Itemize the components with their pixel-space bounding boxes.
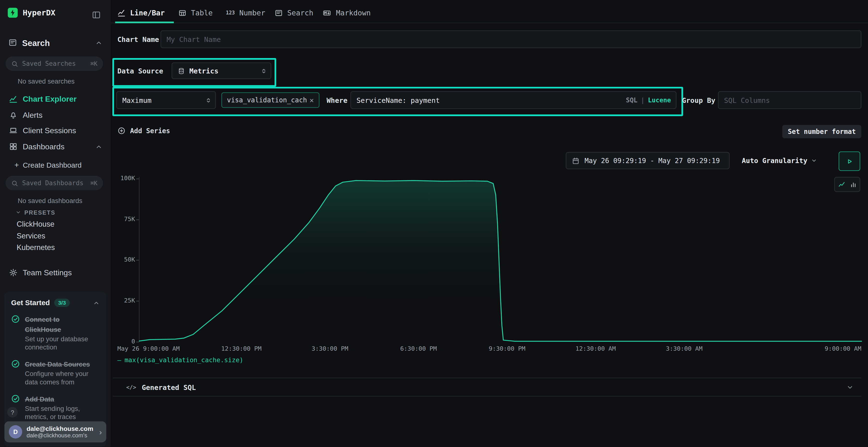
generated-sql-label: Generated SQL: [142, 383, 196, 391]
list-icon: [275, 9, 283, 17]
x-tick-label: 12:30:00 AM: [576, 345, 616, 352]
add-series-button[interactable]: Add Series: [117, 127, 170, 135]
get-started-item-title: Add Data: [25, 396, 54, 403]
get-started-item[interactable]: Create Data Sources Configure where your…: [11, 359, 100, 386]
chart-name-input[interactable]: [161, 30, 862, 48]
y-tick-label: 25K: [111, 297, 135, 304]
user-org: dale@clickhouse.com's: [27, 432, 93, 439]
x-tick-label: 12:30:00 PM: [221, 345, 261, 352]
sidebar-item-client-sessions[interactable]: Client Sessions: [0, 123, 111, 138]
saved-dashboards-input[interactable]: Saved Dashboards ⌘K: [5, 176, 103, 190]
run-query-button[interactable]: [839, 151, 860, 171]
help-button[interactable]: ?: [7, 407, 18, 418]
tab-search[interactable]: Search: [275, 4, 313, 21]
x-tick-label: 9:00:00 AM: [825, 345, 861, 352]
active-tab-underline: [115, 22, 174, 23]
chart-legend: — max(visa_validation_cache.size): [117, 356, 243, 364]
create-dashboard-label: Create Dashboard: [23, 161, 82, 169]
preset-services[interactable]: Services: [17, 232, 45, 240]
sidebar-item-team-settings[interactable]: Team Settings: [0, 265, 111, 280]
timeseries-chart[interactable]: [139, 177, 862, 343]
x-tick-label: 3:30:00 PM: [311, 345, 348, 352]
get-started-item-subtitle: Start sending logs, metrics, or traces: [25, 405, 94, 421]
calendar-icon: [572, 157, 580, 165]
chevron-down-icon[interactable]: [846, 383, 854, 391]
gear-icon: [9, 268, 18, 277]
grid-icon: [9, 142, 18, 151]
date-range-picker[interactable]: May 26 09:29:19 - May 27 09:29:19: [566, 152, 730, 169]
set-number-format-button[interactable]: Set number format: [782, 125, 862, 138]
get-started-badge: 3/3: [54, 299, 70, 307]
sidebar-item-label: Alerts: [23, 110, 42, 119]
preset-kubernetes[interactable]: Kubernetes: [17, 243, 55, 251]
check-circle-icon: [11, 394, 20, 403]
where-field: SQL | Lucene: [350, 91, 676, 109]
tab-label: Markdown: [336, 9, 371, 17]
add-series-label: Add Series: [130, 127, 170, 135]
group-by-input[interactable]: [718, 91, 862, 109]
search-icon: [11, 179, 18, 187]
aggregation-select[interactable]: Maximum: [116, 91, 216, 109]
get-started-item[interactable]: Add Data Start sending logs, metrics, or…: [11, 394, 100, 421]
tab-label: Number: [239, 9, 265, 17]
get-started-title: Get Started: [11, 299, 50, 307]
search-section-icon: [8, 38, 17, 47]
hyperdx-logo-icon: [8, 8, 18, 18]
sidebar-item-dashboards[interactable]: Dashboards: [0, 139, 111, 154]
data-source-select[interactable]: Metrics: [172, 62, 271, 79]
chevron-right-icon: ›: [99, 427, 102, 437]
chevron-up-icon[interactable]: [93, 299, 100, 306]
x-tick-label: 9:30:00 PM: [489, 345, 525, 352]
metric-tag-label: visa_validation_cach: [227, 96, 307, 104]
kbd-shortcut: ⌘K: [90, 60, 97, 67]
play-icon: [845, 157, 853, 165]
y-tick-label: 50K: [111, 256, 135, 263]
markdown-icon: [322, 9, 332, 17]
search-section-label: Search: [22, 38, 50, 47]
sidebar-item-label: Dashboards: [23, 142, 64, 151]
y-tick-mark: [136, 301, 139, 301]
collapse-sidebar-icon[interactable]: [92, 10, 101, 20]
metric-tag[interactable]: visa_validation_cach ×: [221, 92, 319, 108]
chevron-up-icon[interactable]: [95, 39, 102, 46]
get-started-item[interactable]: Connect to ClickHouse Set up your databa…: [11, 314, 100, 352]
create-dashboard-button[interactable]: + Create Dashboard: [14, 161, 82, 169]
select-chevrons-icon: [261, 67, 267, 74]
preset-clickhouse[interactable]: ClickHouse: [17, 220, 55, 228]
brand-row: HyperDX: [8, 8, 55, 18]
tab-line-bar[interactable]: Line/Bar: [117, 4, 165, 21]
user-email: dale@clickhouse.com: [27, 425, 93, 432]
close-icon[interactable]: ×: [310, 96, 314, 104]
chart-line-icon: [117, 9, 126, 17]
generated-sql-row[interactable]: </> Generated SQL: [113, 378, 861, 397]
get-started-item-subtitle: Configure where your data comes from: [25, 370, 94, 386]
tab-label: Table: [191, 9, 213, 17]
sidebar-item-alerts[interactable]: Alerts: [0, 108, 111, 122]
saved-searches-input[interactable]: Saved Searches ⌘K: [5, 56, 103, 71]
granularity-select[interactable]: Auto Granularity: [742, 152, 817, 169]
tab-table[interactable]: Table: [178, 4, 213, 21]
granularity-value: Auto Granularity: [742, 157, 807, 165]
table-icon: [178, 9, 186, 17]
sidebar: HyperDX Search Saved Searches ⌘K No save…: [0, 0, 111, 447]
tab-number[interactable]: 123 Number: [226, 4, 266, 21]
presets-toggle[interactable]: PRESETS: [16, 209, 55, 216]
tab-label: Line/Bar: [130, 9, 165, 17]
sql-mode-toggle[interactable]: SQL: [626, 96, 638, 104]
series-area: [139, 181, 862, 342]
chevron-up-icon[interactable]: [95, 143, 102, 150]
sidebar-item-chart-explorer[interactable]: Chart Explorer: [0, 92, 111, 106]
user-menu[interactable]: D dale@clickhouse.com dale@clickhouse.co…: [4, 421, 106, 442]
search-section-header[interactable]: Search: [0, 37, 111, 50]
bell-icon: [9, 110, 18, 119]
brand-name: HyperDX: [23, 8, 55, 17]
data-source-value: Metrics: [189, 67, 218, 75]
view-tabbar: Line/Bar Table 123 Number Search: [111, 0, 868, 23]
y-tick-label: 100K: [111, 175, 135, 182]
tab-markdown[interactable]: Markdown: [322, 4, 371, 21]
y-tick-mark: [136, 342, 139, 342]
x-tick-label: 6:30:00 PM: [400, 345, 437, 352]
saved-dashboards-placeholder: Saved Dashboards: [22, 179, 90, 187]
y-tick-mark: [136, 219, 139, 220]
lucene-mode-toggle[interactable]: Lucene: [648, 96, 671, 104]
